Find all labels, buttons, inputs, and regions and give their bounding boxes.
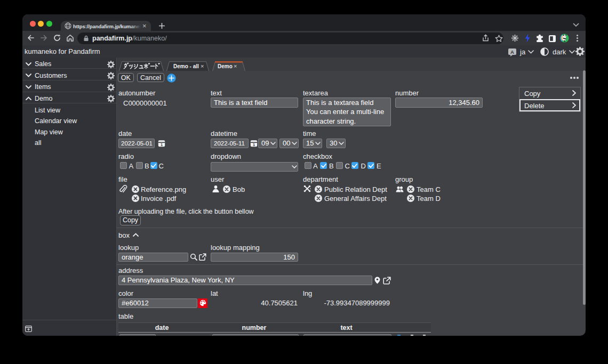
svg-text:1: 1 — [253, 142, 255, 147]
svg-text:1: 1 — [161, 142, 163, 147]
svg-text:A: A — [510, 48, 514, 54]
